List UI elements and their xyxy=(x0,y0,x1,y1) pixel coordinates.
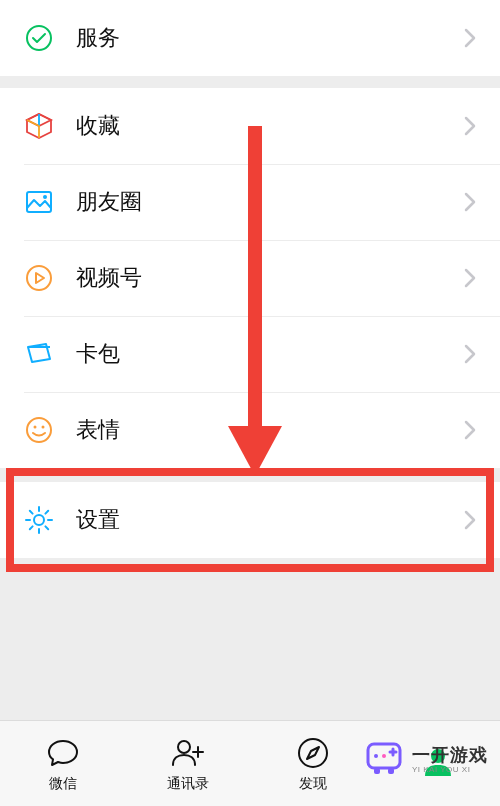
svg-rect-1 xyxy=(27,192,51,212)
row-label: 表情 xyxy=(76,415,464,445)
svg-point-4 xyxy=(27,418,51,442)
row-label: 朋友圈 xyxy=(76,187,464,217)
content-area: 服务 收藏 xyxy=(0,0,500,720)
row-label: 设置 xyxy=(76,505,464,535)
svg-point-3 xyxy=(27,266,51,290)
svg-point-6 xyxy=(42,426,45,429)
chevron-right-icon xyxy=(464,192,476,212)
svg-point-17 xyxy=(178,741,190,753)
channels-icon xyxy=(24,263,54,293)
row-stickers[interactable]: 表情 xyxy=(0,392,500,468)
tab-wechat[interactable]: 微信 xyxy=(0,721,125,806)
me-icon xyxy=(420,744,456,780)
row-favorites[interactable]: 收藏 xyxy=(0,88,500,164)
section-gap xyxy=(0,76,500,88)
svg-line-15 xyxy=(45,511,48,514)
app-root: 服务 收藏 xyxy=(0,0,500,806)
stickers-icon xyxy=(24,415,54,445)
svg-line-13 xyxy=(45,526,48,529)
tab-discover[interactable]: 发现 xyxy=(250,721,375,806)
chevron-right-icon xyxy=(464,344,476,364)
svg-point-7 xyxy=(34,515,44,525)
row-settings[interactable]: 设置 xyxy=(0,482,500,558)
row-label: 视频号 xyxy=(76,263,464,293)
svg-point-21 xyxy=(431,749,445,763)
chevron-right-icon xyxy=(464,28,476,48)
services-icon xyxy=(24,23,54,53)
cards-icon xyxy=(24,339,54,369)
section-gap xyxy=(0,468,500,482)
group-services: 服务 xyxy=(0,0,500,76)
svg-point-2 xyxy=(43,195,47,199)
group-main: 收藏 朋友圈 视频号 xyxy=(0,88,500,468)
chevron-right-icon xyxy=(464,420,476,440)
group-settings: 设置 xyxy=(0,482,500,558)
chat-icon xyxy=(45,735,81,771)
svg-point-5 xyxy=(34,426,37,429)
discover-icon xyxy=(295,735,331,771)
favorites-icon xyxy=(24,111,54,141)
svg-point-20 xyxy=(299,739,327,767)
contacts-icon xyxy=(170,735,206,771)
row-moments[interactable]: 朋友圈 xyxy=(0,164,500,240)
moments-icon xyxy=(24,187,54,217)
tab-label: 通讯录 xyxy=(167,775,209,793)
tab-contacts[interactable]: 通讯录 xyxy=(125,721,250,806)
tab-bar: 微信 通讯录 发现 xyxy=(0,720,500,806)
row-services[interactable]: 服务 xyxy=(0,0,500,76)
chevron-right-icon xyxy=(464,268,476,288)
row-label: 服务 xyxy=(76,23,464,53)
tab-me[interactable] xyxy=(375,721,500,806)
tab-label: 发现 xyxy=(299,775,327,793)
settings-icon xyxy=(24,505,54,535)
chevron-right-icon xyxy=(464,116,476,136)
row-cards[interactable]: 卡包 xyxy=(0,316,500,392)
chevron-right-icon xyxy=(464,510,476,530)
tab-label: 微信 xyxy=(49,775,77,793)
svg-point-0 xyxy=(27,26,51,50)
svg-line-14 xyxy=(30,526,33,529)
row-label: 收藏 xyxy=(76,111,464,141)
svg-line-12 xyxy=(30,511,33,514)
row-channels[interactable]: 视频号 xyxy=(0,240,500,316)
row-label: 卡包 xyxy=(76,339,464,369)
